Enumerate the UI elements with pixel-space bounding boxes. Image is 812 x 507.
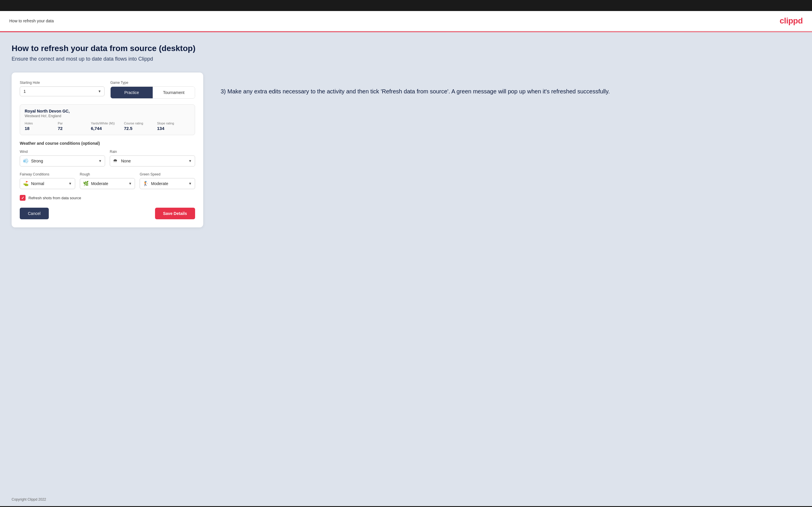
starting-hole-group: Starting Hole 1 ▼ <box>20 80 104 99</box>
fairway-chevron-icon: ▼ <box>68 181 72 186</box>
game-type-label: Game Type <box>110 80 195 85</box>
starting-hole-value: 1 <box>23 89 101 94</box>
rain-value: None <box>121 159 189 163</box>
holes-label: Holes <box>25 121 58 125</box>
yards-value: 6,744 <box>91 126 124 131</box>
rain-dropdown[interactable]: None ▼ <box>110 156 195 167</box>
course-name: Royal North Devon GC, <box>25 109 190 113</box>
wind-icon <box>23 158 29 164</box>
slope-rating-value: 134 <box>157 126 190 131</box>
par-label: Par <box>58 121 91 125</box>
side-note: 3) Make any extra edits necessary to the… <box>221 72 800 96</box>
wind-label: Wind <box>20 150 105 154</box>
refresh-checkbox[interactable] <box>20 195 26 201</box>
stat-course-rating: Course rating 72.5 <box>124 121 157 131</box>
rough-label: Rough <box>80 172 135 176</box>
main-content: How to refresh your data from source (de… <box>0 32 812 493</box>
holes-value: 18 <box>25 126 58 131</box>
content-area: Starting Hole 1 ▼ Game Type Practice Tou… <box>12 72 800 227</box>
cancel-button[interactable]: Cancel <box>20 208 49 219</box>
course-location: Westward Ho!, England <box>25 114 190 118</box>
logo: clippd <box>780 16 803 25</box>
rough-chevron-icon: ▼ <box>128 181 132 186</box>
save-button[interactable]: Save Details <box>155 208 195 219</box>
tournament-button[interactable]: Tournament <box>153 87 195 98</box>
header-title: How to refresh your data <box>9 18 54 23</box>
conditions-grid-3: Fairway Conditions Normal ▼ Rough Modera… <box>20 172 195 189</box>
top-bar <box>0 0 812 11</box>
wind-rain-row: Wind Strong ▼ Rain None ▼ <box>20 150 195 167</box>
rain-label: Rain <box>110 150 195 154</box>
green-dropdown[interactable]: Moderate ▼ <box>140 178 195 189</box>
slope-rating-label: Slope rating <box>157 121 190 125</box>
button-row: Cancel Save Details <box>20 208 195 219</box>
field-row-1: Starting Hole 1 ▼ Game Type Practice Tou… <box>20 80 195 99</box>
green-value: Moderate <box>151 181 189 186</box>
refresh-checkbox-row: Refresh shots from data source <box>20 195 195 201</box>
starting-hole-select[interactable]: 1 ▼ <box>20 87 104 96</box>
conditions-title: Weather and course conditions (optional) <box>20 141 195 146</box>
form-panel: Starting Hole 1 ▼ Game Type Practice Tou… <box>12 72 203 227</box>
header: How to refresh your data clippd <box>0 11 812 31</box>
rain-chevron-icon: ▼ <box>189 159 192 163</box>
par-value: 72 <box>58 126 91 131</box>
page-subtitle: Ensure the correct and most up to date d… <box>12 56 800 62</box>
course-stats: Holes 18 Par 72 Yards/White (M)) 6,744 C… <box>25 121 190 131</box>
starting-hole-label: Starting Hole <box>20 80 104 85</box>
fairway-dropdown[interactable]: Normal ▼ <box>20 178 75 189</box>
green-group: Green Speed Moderate ▼ <box>140 172 195 189</box>
rough-value: Moderate <box>91 181 129 186</box>
fairway-conditions-icon <box>23 181 29 186</box>
wind-dropdown[interactable]: Strong ▼ <box>20 156 105 167</box>
rough-group: Rough Moderate ▼ <box>80 172 135 189</box>
rough-dropdown[interactable]: Moderate ▼ <box>80 178 135 189</box>
yards-label: Yards/White (M)) <box>91 121 124 125</box>
rain-icon <box>113 158 119 164</box>
course-card: Royal North Devon GC, Westward Ho!, Engl… <box>20 104 195 135</box>
wind-value: Strong <box>31 159 98 163</box>
stat-holes: Holes 18 <box>25 121 58 131</box>
rough-icon <box>83 181 89 186</box>
wind-chevron-icon: ▼ <box>98 159 102 163</box>
stat-par: Par 72 <box>58 121 91 131</box>
course-rating-label: Course rating <box>124 121 157 125</box>
refresh-label: Refresh shots from data source <box>29 196 81 200</box>
green-label: Green Speed <box>140 172 195 176</box>
footer: Copyright Clippd 2022 <box>0 493 812 506</box>
rain-group: Rain None ▼ <box>110 150 195 167</box>
stat-yards: Yards/White (M)) 6,744 <box>91 121 124 131</box>
fairway-group: Fairway Conditions Normal ▼ <box>20 172 75 189</box>
copyright: Copyright Clippd 2022 <box>12 497 46 502</box>
wind-group: Wind Strong ▼ <box>20 150 105 167</box>
page-title: How to refresh your data from source (de… <box>12 44 800 53</box>
game-type-group: Game Type Practice Tournament <box>110 80 195 99</box>
practice-button[interactable]: Practice <box>111 87 153 98</box>
green-speed-icon <box>143 181 149 186</box>
fairway-value: Normal <box>31 181 68 186</box>
green-chevron-icon: ▼ <box>189 181 192 186</box>
course-rating-value: 72.5 <box>124 126 157 131</box>
fairway-label: Fairway Conditions <box>20 172 75 176</box>
stat-slope-rating: Slope rating 134 <box>157 121 190 131</box>
game-type-toggle: Practice Tournament <box>110 87 195 99</box>
